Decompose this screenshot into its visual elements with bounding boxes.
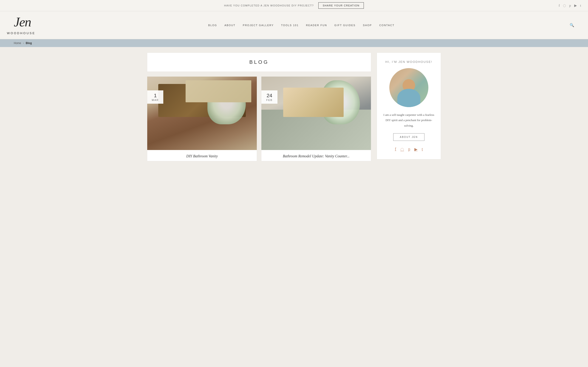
top-bar-social: f ◌ p ▶ t — [559, 3, 581, 8]
post-card-2[interactable]: 24 FEB Bathroom Remodel Update: Vanity C… — [261, 76, 371, 161]
youtube-icon[interactable]: ▶ — [574, 3, 577, 8]
breadcrumb: Home › Blog — [0, 39, 588, 47]
about-jen-button[interactable]: ABOUT JEN — [393, 133, 424, 141]
sidebar-social: f ◌ p ▶ t — [383, 147, 434, 152]
sidebar-youtube-icon[interactable]: ▶ — [414, 147, 418, 152]
main-content: BLOG 1 MAR DIY Bathroom Vanity — [133, 47, 455, 169]
page-title: BLOG — [154, 59, 364, 65]
nav-gift-guides[interactable]: GIFT GUIDES — [334, 24, 355, 27]
date-day-2: 24 — [266, 93, 273, 99]
post-image-2 — [261, 77, 371, 150]
date-badge-1: 1 MAR — [147, 90, 163, 104]
instagram-icon[interactable]: ◌ — [563, 3, 566, 8]
flowers-decoration-2 — [321, 80, 360, 124]
share-creation-button[interactable]: SHARE YOUR CREATION — [318, 2, 364, 9]
logo[interactable]: Jen WOODHOUSE — [14, 15, 35, 35]
main-nav: BLOG ABOUT PROJECT GALLERY TOOLS 101 REA… — [208, 23, 395, 27]
post-image-container-2: 24 FEB — [261, 77, 371, 150]
nav-about[interactable]: ABOUT — [225, 24, 235, 27]
logo-script: Jen — [14, 15, 35, 29]
date-badge-2: 24 FEB — [261, 90, 277, 104]
logo-wordmark: WOODHOUSE — [7, 31, 35, 35]
post-image-container-1: 1 MAR — [147, 77, 257, 150]
nav-menu: BLOG ABOUT PROJECT GALLERY TOOLS 101 REA… — [208, 23, 395, 27]
sidebar-twitter-icon[interactable]: t — [422, 147, 423, 152]
breadcrumb-home[interactable]: Home — [14, 42, 21, 45]
post-card-1[interactable]: 1 MAR DIY Bathroom Vanity — [147, 76, 257, 161]
flowers-decoration-1 — [208, 80, 246, 124]
post-title-2: Bathroom Remodel Update: Vanity Counter.… — [261, 150, 371, 161]
sidebar-facebook-icon[interactable]: f — [395, 147, 396, 152]
sidebar-instagram-icon[interactable]: ◌ — [400, 147, 404, 152]
sidebar: HI, I'M JEN WOODHOUSE! I am a self-taugh… — [377, 52, 441, 164]
breadcrumb-current: Blog — [26, 42, 32, 45]
avatar-person — [389, 68, 428, 107]
breadcrumb-chevron: › — [23, 42, 24, 45]
promo-text: HAVE YOU COMPLETED A JEN WOODHOUSE DIY P… — [224, 4, 314, 7]
post-title-1: DIY Bathroom Vanity — [147, 150, 257, 161]
post-image-1 — [147, 77, 257, 150]
site-header: Jen WOODHOUSE BLOG ABOUT PROJECT GALLERY… — [0, 11, 588, 39]
nav-tools-101[interactable]: TOOLS 101 — [281, 24, 299, 27]
sidebar-about-card: HI, I'M JEN WOODHOUSE! I am a self-taugh… — [377, 52, 441, 159]
nav-shop[interactable]: SHOP — [363, 24, 372, 27]
nav-contact[interactable]: CONTACT — [379, 24, 394, 27]
sidebar-greeting: HI, I'M JEN WOODHOUSE! — [383, 60, 434, 64]
twitter-icon[interactable]: t — [580, 4, 581, 8]
sidebar-pinterest-icon[interactable]: p — [408, 147, 410, 152]
facebook-icon[interactable]: f — [559, 4, 560, 8]
flower-cluster-2 — [321, 80, 360, 124]
pinterest-icon[interactable]: p — [569, 4, 571, 8]
posts-grid: 1 MAR DIY Bathroom Vanity 24 FE — [147, 76, 371, 161]
flower-cluster-1 — [208, 80, 246, 124]
avatar — [389, 68, 428, 107]
nav-reader-fun[interactable]: READER FUN — [306, 24, 327, 27]
nav-project-gallery[interactable]: PROJECT GALLERY — [243, 24, 274, 27]
date-day-1: 1 — [151, 93, 159, 99]
date-month-2: FEB — [266, 99, 273, 101]
nav-blog[interactable]: BLOG — [208, 24, 217, 27]
search-icon[interactable]: 🔍 — [570, 23, 574, 27]
blog-title-box: BLOG — [147, 52, 371, 72]
sidebar-bio: I am a self-taught carpenter with a fear… — [383, 112, 434, 128]
date-month-1: MAR — [151, 99, 159, 101]
blog-area: BLOG 1 MAR DIY Bathroom Vanity — [147, 52, 371, 164]
top-bar: HAVE YOU COMPLETED A JEN WOODHOUSE DIY P… — [0, 0, 588, 11]
